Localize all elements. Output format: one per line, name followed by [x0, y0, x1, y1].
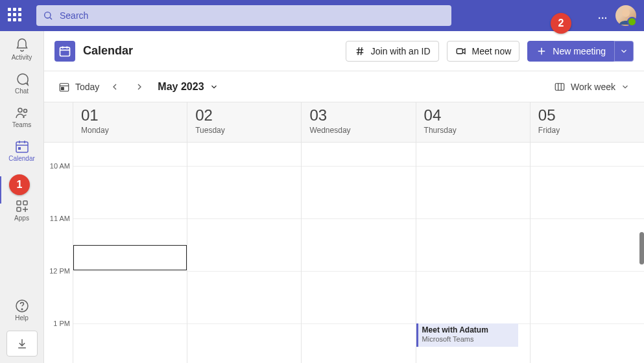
day-column[interactable] — [302, 143, 416, 363]
people-icon — [14, 105, 30, 121]
rail-help-label: Help — [15, 314, 29, 322]
rail-teams-label: Teams — [12, 121, 31, 128]
day-name: Thursday — [424, 126, 522, 135]
event-title: Meet with Adatum — [422, 325, 514, 334]
join-with-id-button[interactable]: Join with an ID — [346, 41, 439, 62]
month-label: May 2023 — [158, 81, 204, 93]
meet-now-button[interactable]: Meet now — [447, 41, 520, 62]
svg-rect-12 — [17, 207, 21, 211]
chevron-left-icon — [110, 82, 120, 92]
week-view-icon — [554, 81, 566, 93]
time-label: 10 AM — [50, 162, 70, 170]
svg-rect-10 — [17, 201, 21, 205]
rail-chat-label: Chat — [15, 88, 29, 95]
svg-rect-23 — [457, 49, 462, 54]
rail-chat[interactable]: Chat — [0, 65, 43, 99]
day-column[interactable] — [73, 143, 187, 363]
rail-activity-label: Activity — [12, 54, 32, 61]
svg-point-4 — [23, 110, 27, 113]
selected-time-slot[interactable] — [73, 245, 187, 271]
time-label: 1 PM — [53, 320, 70, 327]
day-header[interactable]: 05 Friday — [531, 102, 644, 142]
chevron-right-icon — [134, 82, 145, 92]
settings-more-button[interactable]: ... — [598, 10, 608, 21]
page-title: Calendar — [83, 44, 133, 58]
day-name: Tuesday — [195, 126, 293, 135]
rail-calendar-label: Calendar — [8, 155, 35, 162]
video-icon — [455, 45, 467, 57]
profile-avatar[interactable] — [615, 5, 636, 26]
svg-point-0 — [45, 12, 51, 18]
day-name: Monday — [81, 126, 179, 135]
calendar-icon — [14, 139, 30, 154]
chevron-down-icon — [209, 82, 219, 91]
day-column[interactable]: Meet with AdatumMicrosoft Teams — [416, 143, 531, 363]
day-header[interactable]: 03 Wednesday — [302, 102, 416, 142]
day-header[interactable]: 01 Monday — [73, 102, 187, 142]
day-number: 02 — [195, 108, 293, 123]
calendar-event[interactable]: Meet with AdatumMicrosoft Teams — [416, 323, 518, 347]
chevron-down-icon — [621, 82, 630, 91]
app-launcher-icon[interactable] — [8, 8, 23, 23]
prev-week-button[interactable] — [106, 78, 124, 96]
view-label: Work week — [571, 82, 615, 92]
svg-point-14 — [21, 309, 23, 310]
time-label: 11 AM — [50, 215, 70, 222]
day-header[interactable]: 04 Thursday — [416, 102, 531, 142]
scrollbar[interactable] — [639, 232, 644, 264]
day-name: Friday — [538, 126, 636, 135]
plus-icon — [536, 45, 547, 57]
day-column[interactable] — [531, 143, 644, 363]
today-icon — [58, 81, 70, 93]
chevron-down-icon — [619, 47, 628, 56]
calendar-app-icon — [54, 41, 75, 62]
rail-apps[interactable]: Apps — [0, 192, 43, 226]
rail-apps-label: Apps — [14, 215, 29, 222]
day-number: 04 — [424, 108, 522, 123]
view-picker[interactable]: Work week — [554, 81, 630, 93]
svg-line-22 — [361, 47, 362, 55]
rail-selection-indicator — [0, 176, 1, 204]
today-button[interactable]: Today — [58, 81, 99, 93]
search-box[interactable] — [36, 5, 451, 26]
search-icon — [43, 10, 53, 21]
new-meeting-label: New meeting — [553, 46, 606, 56]
event-subtitle: Microsoft Teams — [422, 335, 514, 343]
help-icon — [14, 298, 30, 314]
day-number: 03 — [309, 108, 407, 123]
bell-icon — [14, 38, 30, 53]
join-with-id-label: Join with an ID — [371, 46, 431, 56]
svg-rect-11 — [23, 201, 27, 205]
month-picker[interactable]: May 2023 — [158, 81, 218, 93]
chat-icon — [14, 71, 30, 87]
svg-line-21 — [358, 47, 359, 55]
svg-rect-9 — [18, 147, 21, 150]
annotation-2: 2 — [551, 13, 571, 34]
download-icon — [16, 337, 29, 350]
svg-point-2 — [622, 9, 630, 17]
rail-help[interactable]: Help — [0, 292, 43, 325]
day-column[interactable] — [187, 143, 302, 363]
day-name: Wednesday — [309, 126, 407, 135]
apps-icon — [14, 198, 30, 214]
rail-calendar[interactable]: Calendar — [0, 132, 43, 166]
svg-rect-28 — [62, 87, 64, 89]
day-header[interactable]: 02 Tuesday — [187, 102, 302, 142]
today-label: Today — [75, 82, 99, 92]
svg-rect-5 — [16, 142, 28, 152]
hash-icon — [354, 45, 366, 57]
rail-activity[interactable]: Activity — [0, 31, 43, 65]
annotation-1: 1 — [9, 174, 30, 195]
new-meeting-button[interactable]: New meeting — [527, 41, 614, 62]
svg-point-3 — [18, 108, 22, 112]
search-input[interactable] — [58, 10, 445, 21]
rail-teams[interactable]: Teams — [0, 99, 43, 132]
new-meeting-dropdown[interactable] — [614, 41, 634, 62]
svg-rect-15 — [60, 47, 70, 56]
meet-now-label: Meet now — [472, 46, 512, 56]
next-week-button[interactable] — [130, 78, 149, 96]
download-button[interactable] — [6, 331, 38, 357]
svg-line-1 — [50, 18, 52, 19]
day-number: 01 — [81, 108, 179, 123]
time-label: 12 PM — [49, 267, 70, 275]
